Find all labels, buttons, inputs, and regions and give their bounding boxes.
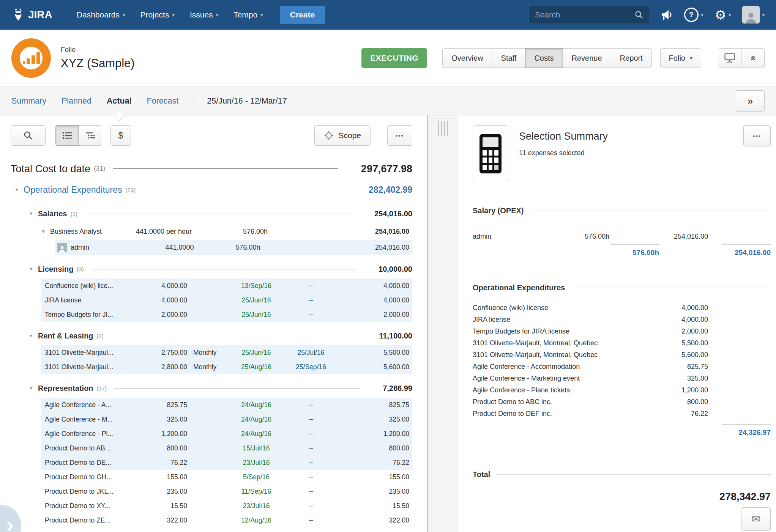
rule [91, 269, 356, 269]
user-avatar [742, 6, 760, 24]
collapse-header-button[interactable]: » [741, 48, 765, 68]
salary-subtotal-row: 576.00h 254,016.00 [473, 244, 771, 257]
search-box[interactable] [528, 6, 649, 24]
opex-item-name: 3101 Olivette-Marjault, Montreal, Quebec [473, 351, 628, 359]
expense-amount: 4,000.00 [151, 296, 187, 304]
nav-menu-issues[interactable]: Issues ▾ [190, 10, 218, 19]
user-menu[interactable]: ▾ [742, 6, 765, 24]
expense-start-date: 15/Jul/16 [228, 444, 284, 452]
date-range[interactable]: 25/Jun/16 - 12/Mar/17 [207, 96, 287, 106]
expense-end-date: -- [284, 416, 338, 423]
view-planned[interactable]: Planned [62, 96, 91, 106]
collapse-triangle-icon[interactable]: ▼ [14, 187, 24, 192]
expense-row[interactable]: Agile Conference - Pl... 1,200.00 24/Aug… [41, 427, 412, 441]
expense-row[interactable]: 3101 Olivette-Marjaul... 2,800.00 Monthl… [41, 360, 412, 374]
collapse-triangle-icon[interactable]: ▼ [41, 229, 46, 234]
opex-item-amount: 800.00 [628, 398, 708, 406]
opex-group-row[interactable]: ▼ Operational Expenditures (23) 282,402.… [11, 180, 412, 200]
nav-menu-dashboards[interactable]: Dashboards ▾ [77, 10, 125, 19]
flat-list-view-button[interactable] [55, 125, 79, 146]
megaphone-icon [661, 9, 673, 20]
view-actual[interactable]: Actual [107, 96, 132, 106]
selection-summary-panel: Selection Summary 11 expenses selected •… [458, 115, 776, 532]
expense-row[interactable]: Product Demo to JKL... 235.00 11/Sep/16 … [41, 484, 412, 499]
collapse-triangle-icon[interactable]: ▼ [29, 333, 38, 338]
expense-row[interactable]: Product Demo to DE... 76.22 23/Jul/16 --… [41, 455, 412, 470]
expense-total: 2,000.00 [338, 311, 412, 319]
section-header-representation[interactable]: ▼ Representation (17) 7,286.99 [11, 379, 412, 398]
filter-search-button[interactable] [11, 125, 46, 146]
help-menu[interactable]: ? ▾ [684, 8, 703, 22]
opex-item-amount: 4,000.00 [628, 304, 708, 312]
opex-heading: Operational Expenditures [473, 283, 565, 292]
expense-row[interactable]: Product Demo to AB... 800.00 15/Jul/16 -… [41, 441, 412, 455]
create-button[interactable]: Create [280, 6, 325, 24]
view-summary[interactable]: Summary [11, 96, 46, 106]
opex-item-amount: 5,500.00 [628, 339, 708, 347]
currency-button[interactable]: $ [110, 125, 131, 146]
tab-costs[interactable]: Costs [525, 48, 563, 68]
section-header-rent-leasing[interactable]: ▼ Rent & Leasing (2) 11,100.00 [11, 326, 412, 345]
rent-leasing-rows: 3101 Olivette-Marjaul... 2,750.00 Monthl… [41, 345, 412, 374]
expand-panel-button[interactable]: » [736, 90, 765, 112]
chevron-down-icon: ▾ [216, 12, 219, 18]
expense-row[interactable]: Confluence (wiki) lice... 4,000.00 13/Se… [41, 279, 412, 293]
search-icon[interactable] [634, 10, 644, 19]
collapse-triangle-icon[interactable]: ▼ [29, 386, 38, 391]
section-header-salaries[interactable]: ▼ Salaries (1) 254,016.00 [11, 204, 412, 223]
expense-end-date: -- [284, 282, 338, 290]
drag-handle[interactable] [438, 121, 448, 136]
section-header-licensing[interactable]: ▼ Licensing (3) 10,000.00 [11, 260, 412, 279]
opex-item-name: Agile Conference - Marketing event [473, 375, 628, 382]
folio-dropdown-button[interactable]: Folio ▾ [660, 48, 701, 68]
view-mode-group: » [718, 48, 765, 68]
expense-name: 3101 Olivette-Marjaul... [41, 349, 151, 357]
expense-row[interactable]: JIRA license 4,000.00 25/Jun/16 -- 4,000… [41, 293, 412, 307]
chevron-down-icon: ▾ [762, 12, 765, 18]
announcements-button[interactable] [661, 9, 673, 20]
opex-group-label[interactable]: Operational Expenditures [24, 185, 122, 195]
expense-row[interactable]: Tempo Budgets for JI... 2,000.00 25/Jun/… [41, 307, 412, 322]
salary-member-row[interactable]: admin 441.0000 576.00h 254,016.00 [55, 240, 412, 255]
expense-row[interactable]: Agile Conference - A... 825.75 24/Aug/16… [41, 398, 412, 412]
search-input[interactable] [534, 10, 634, 20]
expense-name: Product Demo to DE... [41, 459, 151, 467]
presentation-mode-button[interactable] [718, 48, 741, 68]
collapse-triangle-icon[interactable]: ▼ [29, 266, 38, 272]
expense-row[interactable]: Product Demo to ZE... 322.00 12/Aug/16 -… [41, 513, 412, 527]
help-icon: ? [684, 8, 699, 22]
settings-menu[interactable]: ⚙ ▾ [714, 8, 731, 21]
view-toggle-group [55, 125, 102, 146]
scope-button[interactable]: Scope [314, 125, 371, 146]
expense-end-date: -- [284, 488, 338, 496]
role-hours: 576.00h [238, 228, 303, 236]
expense-row[interactable]: Agile Conference - M... 325.00 24/Aug/16… [41, 412, 412, 427]
expense-row[interactable]: 3101 Olivette-Marjaul... 2,750.00 Monthl… [41, 345, 412, 360]
expense-total: 5,500.00 [338, 349, 412, 357]
nav-menu-tempo[interactable]: Tempo ▾ [233, 10, 263, 19]
expense-row[interactable]: Product Demo to GH... 155.00 5/Sep/16 --… [41, 470, 412, 484]
collapse-triangle-icon[interactable]: ▼ [29, 211, 38, 216]
expense-total: 5,600.00 [338, 363, 412, 371]
expense-total: 76.22 [338, 459, 412, 467]
salary-amount: 254,016.00 [609, 233, 708, 241]
expense-row[interactable]: Product Demo to XY... 15.50 23/Jul/16 --… [41, 499, 412, 513]
salary-role-row[interactable]: ▼ Business Analyst 441.0000 per hour 576… [41, 223, 412, 240]
expense-end-date: -- [284, 502, 338, 510]
tab-overview[interactable]: Overview [442, 48, 492, 68]
expense-start-date: 25/Jun/16 [228, 349, 284, 357]
tree-list-view-button[interactable] [79, 125, 102, 146]
tab-revenue[interactable]: Revenue [563, 48, 611, 68]
rule [85, 214, 352, 214]
tab-report[interactable]: Report [611, 48, 652, 68]
panel-splitter[interactable] [428, 115, 458, 532]
view-forecast[interactable]: Forecast [147, 96, 179, 106]
more-actions-button[interactable]: ••• [387, 125, 412, 146]
divider [194, 93, 194, 109]
tab-staff[interactable]: Staff [492, 48, 526, 68]
nav-menu-projects[interactable]: Projects ▾ [140, 10, 175, 19]
jira-logo[interactable]: JIRA [11, 8, 52, 22]
expense-end-date: -- [284, 516, 338, 524]
selection-more-button[interactable]: ••• [743, 125, 771, 146]
email-button[interactable]: ✉ [741, 507, 771, 531]
